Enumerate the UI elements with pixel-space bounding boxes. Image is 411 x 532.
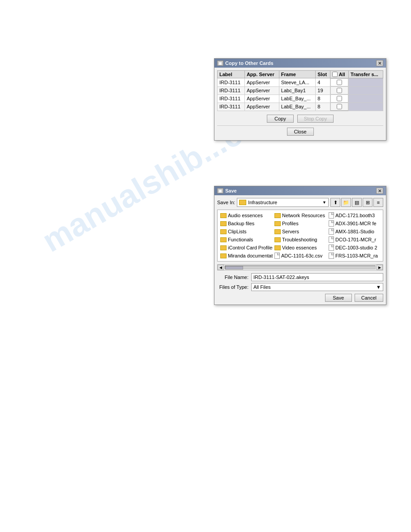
files-of-type-arrow-icon: ▼ — [376, 284, 381, 290]
copy-dialog-titlebar: ▣ Copy to Other Cards ✕ — [214, 59, 386, 68]
file-name: DCO-1701-MCR_r — [335, 237, 376, 242]
list-item[interactable]: Backup files — [219, 220, 273, 227]
copy-button[interactable]: Copy — [267, 115, 294, 123]
list-item[interactable]: DEC-1003-studio 2 — [328, 244, 381, 251]
row2-server: AppServer — [244, 86, 279, 94]
col-transfer: Transfer s... — [349, 71, 383, 78]
file-name: Functionals — [228, 237, 253, 242]
all-label: All — [339, 72, 345, 77]
list-view-button[interactable]: ▤ — [352, 198, 362, 207]
folder-icon — [274, 237, 281, 242]
file-name-input[interactable] — [251, 273, 383, 281]
save-dialog-close-x[interactable]: ✕ — [376, 188, 383, 194]
row1-slot: 4 — [316, 78, 330, 87]
file-name-label: File Name: — [217, 275, 248, 280]
files-of-type-label: Files of Type: — [217, 284, 248, 290]
row3-check-cell[interactable] — [330, 94, 348, 103]
folder-icon — [274, 213, 281, 218]
titlebar-left: ▣ Copy to Other Cards — [217, 60, 274, 66]
row1-checkbox[interactable] — [337, 80, 342, 85]
row4-check-cell[interactable] — [330, 103, 348, 111]
file-icon — [329, 228, 334, 235]
file-icon — [329, 253, 334, 259]
list-item[interactable]: AMX-1881-Studio — [328, 228, 381, 235]
files-of-type-dropdown[interactable]: All Files ▼ — [251, 283, 383, 291]
folder-icon — [274, 229, 281, 234]
list-item[interactable]: Network Resources — [274, 212, 327, 219]
save-in-folder-icon — [239, 200, 246, 205]
row3-label: IRD-3111 — [218, 94, 245, 103]
save-in-row: Save In: Infrastructure ▼ ⬆ 📁 ▤ ⊞ ≡ — [217, 198, 383, 207]
scrollbar-thumb[interactable] — [225, 266, 243, 270]
detail-view-button[interactable]: ≡ — [373, 198, 383, 207]
row2-frame: Labc_Bay1 — [279, 86, 316, 94]
file-icon — [329, 245, 334, 251]
row3-server: AppServer — [244, 94, 279, 103]
save-titlebar-left: ▣ Save — [217, 188, 237, 193]
row4-checkbox[interactable] — [337, 104, 342, 109]
copy-close-row: Close — [217, 125, 383, 137]
row3-checkbox[interactable] — [337, 96, 342, 101]
folder-icon — [220, 229, 227, 234]
select-all-checkbox[interactable] — [332, 72, 338, 77]
list-item[interactable]: ADX-3901-MCR fe — [328, 220, 381, 227]
copy-to-other-cards-dialog: ▣ Copy to Other Cards ✕ Label App. Serve… — [214, 58, 386, 141]
up-folder-button[interactable]: ⬆ — [330, 198, 340, 207]
horizontal-scrollbar[interactable]: ◀ ▶ — [217, 264, 383, 270]
list-item[interactable]: Miranda documentation — [219, 252, 273, 259]
file-browser: Audio essences Network Resources ADC-172… — [217, 210, 383, 262]
folder-icon — [220, 221, 227, 226]
row4-server: AppServer — [244, 103, 279, 111]
file-name: FRS-1103-MCR_ra — [335, 253, 378, 258]
row2-slot: 19 — [316, 86, 330, 94]
scroll-right-arrow[interactable]: ▶ — [377, 265, 383, 270]
list-item[interactable]: FRS-1103-MCR_ra — [328, 252, 381, 259]
list-item[interactable]: iControl Card Profiles — [219, 244, 273, 251]
copy-dialog-close-x[interactable]: ✕ — [376, 60, 383, 66]
row1-transfer — [349, 78, 383, 87]
list-item[interactable]: Troubleshooting — [274, 236, 327, 243]
save-in-value: Infrastructure — [248, 200, 277, 205]
cancel-button[interactable]: Cancel — [355, 294, 383, 302]
folder-icon — [274, 245, 281, 250]
save-dialog-content: Save In: Infrastructure ▼ ⬆ 📁 ▤ ⊞ ≡ Audi… — [214, 195, 386, 305]
row2-transfer — [349, 86, 383, 94]
row1-check-cell[interactable] — [330, 78, 348, 86]
dialog-icon: ▣ — [217, 60, 223, 66]
save-in-dropdown[interactable]: Infrastructure ▼ — [237, 198, 329, 207]
scroll-left-arrow[interactable]: ◀ — [218, 265, 224, 270]
new-folder-button[interactable]: 📁 — [341, 198, 351, 207]
row4-slot: 8 — [316, 103, 330, 111]
file-name: ADC-1721.booth3 — [335, 213, 375, 218]
icon-view-button[interactable]: ⊞ — [363, 198, 372, 207]
row1-server: AppServer — [244, 78, 279, 87]
col-frame: Frame — [279, 71, 316, 78]
list-item[interactable]: Functionals — [219, 236, 273, 243]
stop-copy-button[interactable]: Stop Copy — [297, 115, 334, 123]
list-item[interactable]: Profiles — [274, 220, 327, 227]
list-item[interactable]: ADC-1721.booth3 — [328, 212, 381, 219]
copy-dialog-content: Label App. Server Frame Slot All Transfe… — [214, 68, 386, 140]
list-item[interactable]: Video essences — [274, 244, 327, 251]
row2-checkbox[interactable] — [337, 88, 342, 93]
list-item[interactable]: DCO-1701-MCR_r — [328, 236, 381, 243]
file-name: AMX-1881-Studio — [335, 229, 374, 234]
scrollbar-track[interactable] — [225, 266, 376, 269]
file-name: Video essences — [282, 245, 317, 250]
file-name: DEC-1003-studio 2 — [335, 245, 377, 250]
list-item[interactable]: ADC-1101-63c.csv — [274, 252, 327, 259]
save-button[interactable]: Save — [325, 294, 352, 302]
row4-label: IRD-3111 — [218, 103, 245, 111]
file-name: Backup files — [228, 221, 254, 226]
list-item[interactable]: Servers — [274, 228, 327, 235]
row2-check-cell[interactable] — [330, 86, 348, 94]
col-all[interactable]: All — [330, 71, 348, 78]
folder-icon — [274, 221, 281, 226]
col-slot: Slot — [316, 71, 330, 78]
copy-close-button[interactable]: Close — [287, 128, 314, 136]
list-item[interactable]: ClipLists — [219, 228, 273, 235]
col-label: Label — [218, 71, 245, 78]
table-row: IRD-3111 AppServer Labc_Bay1 19 — [218, 86, 383, 94]
list-item[interactable]: Audio essences — [219, 212, 273, 219]
file-icon — [329, 212, 334, 219]
